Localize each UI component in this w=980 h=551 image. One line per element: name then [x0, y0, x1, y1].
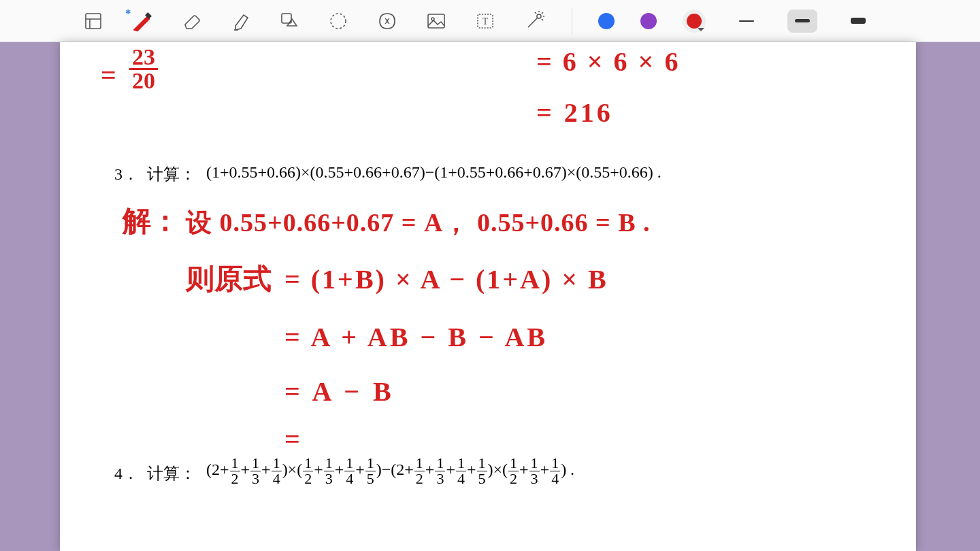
color-red-selected[interactable] [683, 10, 706, 33]
svg-rect-4 [428, 14, 444, 28]
hand-sol-line3: = A − B [284, 375, 395, 407]
p4-expression: (2+12+13+14)×(12+13+14+15)−(2+12+13+14+1… [206, 456, 574, 486]
hand-sol-line2: = A + AB − B − AB [284, 321, 548, 353]
p4-label: 计算： [147, 463, 196, 484]
eraser-tool-icon[interactable] [180, 10, 203, 33]
page-layout-icon[interactable] [82, 10, 105, 33]
p3-label: 计算： [147, 163, 196, 185]
hand-sol-line4: = [284, 423, 300, 455]
magic-tool-icon[interactable] [523, 10, 546, 33]
p3-number: 3． [114, 163, 139, 185]
text-tool-icon[interactable]: T [474, 10, 497, 33]
hand-topleft-frac: 23 20 [129, 46, 158, 93]
document-page[interactable]: = 23 20 = 6 × 6 × 6 = 216 3． 计算： (1+0.55… [60, 42, 916, 551]
shapes-tool-icon[interactable] [278, 10, 301, 33]
stroke-thin[interactable] [732, 10, 762, 33]
toolbar: ✱ T [0, 0, 980, 42]
hand-topright-2: = 216 [536, 97, 613, 129]
hand-topleft-eq: = [101, 59, 116, 91]
color-purple[interactable] [640, 13, 657, 29]
lasso-tool-icon[interactable] [327, 10, 350, 33]
sticker-tool-icon[interactable] [376, 10, 399, 33]
hand-sol-label: 解： [122, 202, 180, 240]
color-blue[interactable] [598, 13, 615, 29]
toolbar-divider [572, 7, 572, 35]
hand-sol-let: 设 0.55+0.66+0.67 = A， 0.55+0.66 = B . [186, 205, 651, 240]
image-tool-icon[interactable] [425, 10, 448, 33]
hand-topright-1: = 6 × 6 × 6 [536, 46, 680, 78]
hand-sol-then: 则原式 [186, 260, 272, 298]
svg-point-3 [331, 14, 346, 29]
bluetooth-badge-icon: ✱ [125, 8, 131, 16]
stroke-thick[interactable] [843, 10, 873, 33]
svg-text:T: T [483, 16, 489, 27]
svg-point-8 [537, 14, 541, 18]
stroke-medium[interactable] [787, 10, 817, 33]
svg-rect-0 [86, 14, 101, 29]
p4-number: 4． [114, 463, 139, 484]
hand-sol-line1: = (1+B) × A − (1+A) × B [284, 263, 608, 295]
highlighter-tool-icon[interactable] [229, 10, 252, 33]
p3-expression: (1+0.55+0.66)×(0.55+0.66+0.67)−(1+0.55+0… [206, 163, 662, 182]
pen-tool-icon[interactable]: ✱ [131, 10, 154, 33]
